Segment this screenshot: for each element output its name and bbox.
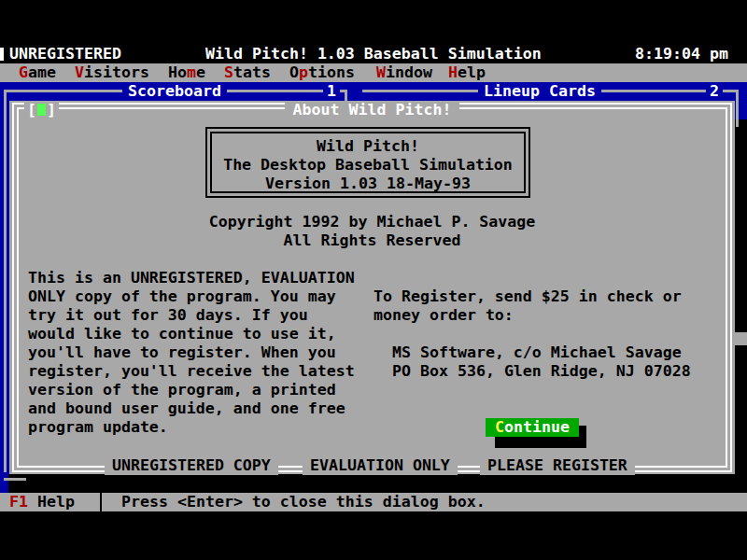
about-info-box: Wild Pitch! The Desktop Baseball Simulat…: [205, 127, 530, 198]
dos-screen: UNREGISTERED Wild Pitch! 1.03 Baseball S…: [0, 0, 747, 560]
lineup-window-fragment: [735, 332, 747, 345]
footer-badge-unregistered: UNREGISTERED COPY: [105, 456, 278, 475]
title-bar: UNREGISTERED Wild Pitch! 1.03 Baseball S…: [0, 45, 747, 63]
lineup-window-number: 2: [706, 82, 723, 101]
scoreboard-window-bottom-border: [4, 478, 26, 481]
status-separator: [100, 493, 102, 511]
close-button[interactable]: []: [24, 101, 59, 119]
product-name: Wild Pitch!: [212, 137, 524, 156]
f1-key[interactable]: F1: [9, 493, 28, 511]
menu-item-options[interactable]: Options: [289, 63, 355, 82]
clock: 8:19:04 pm: [635, 45, 728, 63]
menu-bar: Game Visitors Home Stats Options Window …: [0, 63, 747, 82]
menu-item-home[interactable]: Home: [168, 63, 205, 82]
product-version: Version 1.03 18-May-93: [212, 175, 524, 193]
dialog-shadow-right: [735, 119, 747, 493]
menu-item-visitors[interactable]: Visitors: [75, 63, 149, 82]
body-line: version of the program, a printed: [28, 381, 336, 399]
body-line: and bound user guide, and one free: [28, 399, 345, 418]
menu-item-stats[interactable]: Stats: [224, 63, 271, 82]
about-dialog: [] About Wild Pitch! Wild Pitch! The Des…: [9, 101, 735, 474]
lineup-window-right-border: [736, 90, 739, 127]
register-address-line: PO Box 536, Glen Ridge, NJ 07028: [392, 362, 691, 381]
status-message: Press <Enter> to close this dialog box.: [121, 493, 486, 511]
body-line: This is an UNREGISTERED, EVALUATION: [28, 269, 355, 287]
status-bar: F1 Help Press <Enter> to close this dial…: [0, 493, 747, 511]
scoreboard-window-number: 1: [323, 82, 340, 101]
cursor-stub: [0, 48, 4, 61]
registration-status: UNREGISTERED: [9, 45, 121, 63]
menu-item-window[interactable]: Window: [376, 63, 432, 82]
menu-item-help[interactable]: Help: [448, 63, 486, 82]
body-line: ONLY copy of the program. You may: [28, 287, 336, 306]
body-line: program update.: [28, 418, 168, 437]
product-tagline: The Desktop Baseball Simulation: [212, 156, 524, 175]
body-line: you'll have to register. When you: [28, 343, 336, 362]
register-address-line: MS Software, c/o Michael Savage: [392, 343, 682, 362]
copyright-line: Copyright 1992 by Michael P. Savage: [9, 213, 735, 231]
app-title: Wild Pitch! 1.03 Baseball Simulation: [205, 45, 542, 63]
register-instruction-line: To Register, send $25 in check or: [374, 287, 682, 306]
menu-item-game[interactable]: Game: [19, 63, 56, 82]
rights-line: All Rights Reserved: [9, 231, 735, 250]
footer-badge-evaluation: EVALUATION ONLY: [303, 456, 458, 475]
body-line: try it out for 30 days. If you: [28, 306, 308, 325]
body-line: would like to continue to use it,: [28, 325, 336, 343]
scoreboard-window-left-border: [4, 90, 7, 472]
footer-badge-register: PLEASE REGISTER: [480, 456, 635, 475]
close-icon: [37, 104, 46, 116]
register-instruction-line: money order to:: [374, 306, 514, 325]
f1-help-label[interactable]: Help: [37, 493, 75, 511]
body-line: register, you'll receive the latest: [28, 362, 355, 381]
continue-button[interactable]: Continue: [486, 418, 579, 437]
dialog-shadow-bottom: [8, 474, 747, 493]
dialog-title: About Wild Pitch!: [285, 101, 460, 119]
scoreboard-window-title[interactable]: Scoreboard: [122, 82, 227, 101]
lineup-window-title[interactable]: Lineup Cards: [478, 82, 601, 101]
